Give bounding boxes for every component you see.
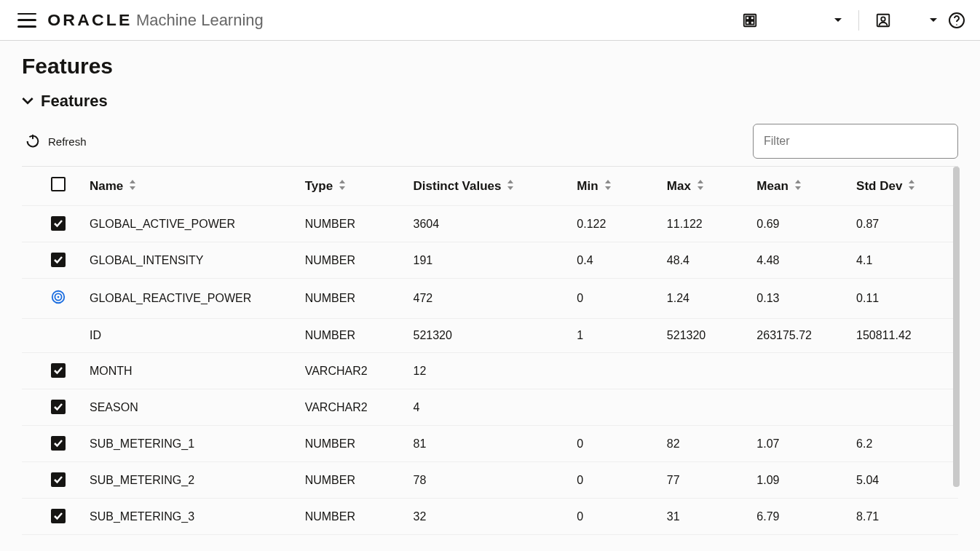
cell-min: 1 [568,319,658,353]
project-selector[interactable] [742,12,842,28]
cell-min [568,353,658,389]
col-header-name[interactable]: Name [81,167,296,206]
chevron-down-icon [834,16,842,25]
top-bar: ORACLE Machine Learning [0,0,980,41]
cell-std: 150811.42 [847,319,958,353]
page-content: Features Features Refresh [0,41,980,551]
row-checkbox[interactable] [51,216,66,231]
row-checkbox[interactable] [51,509,66,523]
cell-name: SEASON [81,389,296,426]
sort-icon[interactable] [604,179,612,193]
sort-icon[interactable] [129,179,136,193]
cell-min: 0 [568,426,658,462]
select-all-checkbox[interactable] [51,177,66,191]
cell-distinct: 78 [405,462,569,499]
cell-std: 5.04 [847,462,958,499]
row-checkbox[interactable] [51,253,66,267]
cell-type: NUMBER [296,462,405,499]
cell-type: VARCHAR2 [296,389,405,426]
cell-name: SUB_METERING_3 [81,499,296,535]
table-row[interactable]: IDNUMBER5213201521320263175.72150811.42 [22,319,958,353]
table-row[interactable]: SUB_METERING_1NUMBER810821.076.2 [22,426,958,462]
cell-distinct: 472 [405,279,569,319]
col-header-std[interactable]: Std Dev [847,167,958,206]
sort-icon[interactable] [697,179,704,193]
table-row[interactable]: SUB_METERING_2NUMBER780771.095.04 [22,462,958,499]
cell-type: NUMBER [296,279,405,319]
sort-icon[interactable] [339,179,346,193]
table-row[interactable]: SEASONVARCHAR24 [22,389,958,426]
table-row[interactable]: GLOBAL_REACTIVE_POWERNUMBER47201.240.130… [22,279,958,319]
table-row[interactable]: GLOBAL_ACTIVE_POWERNUMBER36040.12211.122… [22,206,958,242]
cell-name: GLOBAL_ACTIVE_POWER [81,206,296,242]
chevron-down-icon [22,95,33,107]
cell-max: 1.24 [658,279,748,319]
cell-max: 82 [658,426,748,462]
section-toggle[interactable]: Features [22,92,958,111]
refresh-button[interactable]: Refresh [22,129,90,154]
cell-mean: 1.09 [748,462,847,499]
svg-rect-4 [751,20,754,24]
filter-input[interactable] [753,124,958,159]
help-icon [948,12,965,29]
cell-max [658,389,748,426]
col-header-max[interactable]: Max [658,167,748,206]
sort-icon[interactable] [908,179,915,193]
cell-distinct: 521320 [405,319,569,353]
scrollbar-thumb[interactable] [953,167,960,487]
svg-rect-3 [746,20,750,24]
features-table: Name Type Distinct Values Min Max Mean S… [22,167,958,535]
user-menu[interactable] [875,12,938,28]
col-header-min[interactable]: Min [568,167,658,206]
cell-name: ID [81,319,296,353]
cell-mean: 4.48 [748,242,847,279]
col-header-type[interactable]: Type [296,167,405,206]
chevron-down-icon [929,16,938,25]
cell-std [847,389,958,426]
svg-point-6 [881,17,885,21]
cell-max [658,353,748,389]
cell-mean: 0.69 [748,206,847,242]
cell-max: 11.122 [658,206,748,242]
cell-mean: 6.79 [748,499,847,535]
cell-std: 4.1 [847,242,958,279]
cell-max: 77 [658,462,748,499]
table-row[interactable]: GLOBAL_INTENSITYNUMBER1910.448.44.484.1 [22,242,958,279]
row-checkbox[interactable] [51,436,66,451]
svg-point-8 [956,24,957,25]
features-table-wrap: Name Type Distinct Values Min Max Mean S… [22,166,958,535]
row-checkbox[interactable] [51,472,66,487]
cell-distinct: 12 [405,353,569,389]
table-row[interactable]: SUB_METERING_3NUMBER320316.798.71 [22,499,958,535]
cell-distinct: 32 [405,499,569,535]
cell-mean: 263175.72 [748,319,847,353]
col-header-mean[interactable]: Mean [748,167,847,206]
cell-name: SUB_METERING_1 [81,426,296,462]
cell-mean: 1.07 [748,426,847,462]
svg-point-11 [57,296,59,298]
divider [858,10,859,31]
cell-type: NUMBER [296,206,405,242]
cell-max: 31 [658,499,748,535]
menu-icon[interactable] [17,13,36,28]
user-icon [875,12,891,28]
cell-std: 0.11 [847,279,958,319]
cell-max: 48.4 [658,242,748,279]
sort-icon[interactable] [507,179,514,193]
sort-icon[interactable] [794,179,802,193]
help-button[interactable] [948,12,965,29]
cell-distinct: 191 [405,242,569,279]
page-title: Features [22,54,958,79]
row-checkbox[interactable] [51,363,66,378]
svg-rect-2 [751,16,754,20]
cell-mean [748,389,847,426]
table-header-row: Name Type Distinct Values Min Max Mean S… [22,167,958,206]
cell-min: 0.4 [568,242,658,279]
target-icon [50,289,66,305]
cell-name: GLOBAL_REACTIVE_POWER [81,279,296,319]
row-checkbox[interactable] [51,400,66,414]
refresh-label: Refresh [48,135,87,148]
table-row[interactable]: MONTHVARCHAR212 [22,353,958,389]
col-header-distinct[interactable]: Distinct Values [405,167,569,206]
cell-name: SUB_METERING_2 [81,462,296,499]
